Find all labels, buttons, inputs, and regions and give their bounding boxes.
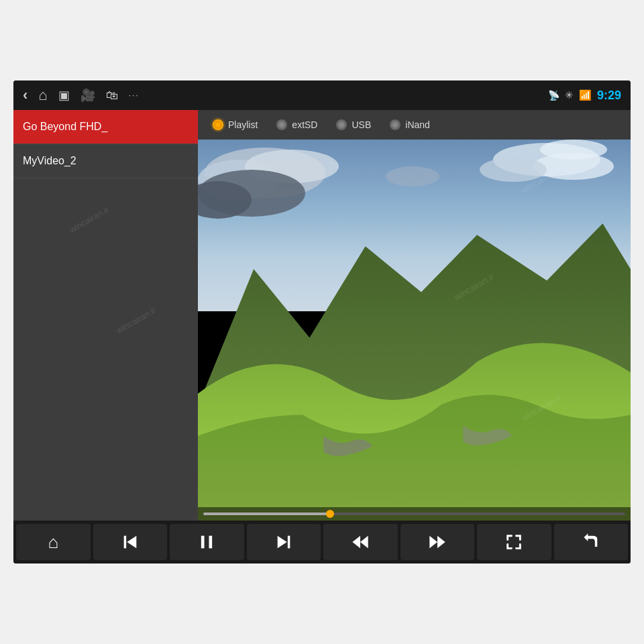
wifi-icon: 📶 bbox=[579, 89, 592, 101]
fastforward-icon bbox=[428, 533, 447, 551]
svg-marker-17 bbox=[277, 536, 286, 549]
fullscreen-icon bbox=[504, 533, 523, 551]
source-tab-usb[interactable]: USB bbox=[329, 117, 378, 133]
status-bar-right: 📡 ✳ 📶 9:29 bbox=[548, 89, 621, 103]
svg-marker-19 bbox=[360, 536, 368, 549]
rewind-icon bbox=[351, 533, 370, 551]
status-time: 9:29 bbox=[597, 89, 621, 103]
playlist-item-1[interactable]: Go Beyond FHD_ bbox=[13, 110, 198, 144]
status-bar: ‹ ⌂ ▣ 🎥 🛍 ··· 📡 ✳ 📶 9:29 bbox=[13, 80, 631, 110]
fullscreen-button[interactable] bbox=[477, 524, 551, 560]
svg-rect-15 bbox=[209, 536, 213, 549]
main-content: Go Beyond FHD_ MyVideo_2 Playlist extSD bbox=[13, 110, 631, 521]
svg-rect-12 bbox=[123, 536, 126, 549]
seek-bar-fill bbox=[203, 513, 330, 515]
return-button[interactable] bbox=[554, 524, 629, 560]
source-tabs: Playlist extSD USB iNand bbox=[198, 110, 631, 140]
bag-button[interactable]: 🛍 bbox=[106, 89, 118, 103]
prev-icon bbox=[121, 533, 140, 551]
dots-icon: ··· bbox=[129, 91, 140, 100]
device-frame: wincairan.ir wincairan.ir wincairan.ir w… bbox=[13, 80, 631, 564]
controls-bar: ⌂ bbox=[13, 521, 631, 564]
svg-point-8 bbox=[540, 140, 607, 160]
svg-rect-16 bbox=[288, 536, 290, 549]
bluetooth-icon: ✳ bbox=[565, 89, 574, 101]
camera-button[interactable]: 🎥 bbox=[80, 88, 95, 103]
pause-button[interactable] bbox=[170, 524, 244, 560]
seek-bar-track[interactable] bbox=[203, 513, 625, 515]
source-tab-extsd[interactable]: extSD bbox=[270, 117, 324, 133]
return-icon bbox=[582, 533, 600, 551]
svg-rect-14 bbox=[201, 536, 205, 549]
fastforward-button[interactable] bbox=[400, 524, 475, 560]
video-panel: Playlist extSD USB iNand bbox=[198, 110, 631, 521]
source-dot-extsd bbox=[276, 119, 287, 130]
pause-icon bbox=[197, 533, 216, 551]
next-button[interactable] bbox=[247, 524, 321, 560]
svg-marker-18 bbox=[353, 536, 361, 549]
video-landscape bbox=[198, 140, 631, 521]
source-tab-playlist[interactable]: Playlist bbox=[206, 117, 264, 133]
svg-marker-13 bbox=[127, 536, 136, 549]
source-dot-usb bbox=[336, 119, 347, 130]
video-display[interactable] bbox=[198, 140, 631, 521]
playlist-item-2[interactable]: MyVideo_2 bbox=[13, 144, 198, 178]
status-bar-left: ‹ ⌂ ▣ 🎥 🛍 ··· bbox=[23, 87, 140, 104]
svg-marker-21 bbox=[437, 536, 445, 549]
seek-bar-container[interactable] bbox=[198, 507, 631, 521]
source-dot-playlist bbox=[213, 119, 223, 130]
recents-button[interactable]: ▣ bbox=[58, 88, 70, 103]
home-button[interactable]: ⌂ bbox=[38, 87, 47, 104]
cast-icon: 📡 bbox=[548, 90, 559, 101]
seek-thumb[interactable] bbox=[326, 510, 334, 518]
next-icon bbox=[274, 533, 293, 551]
playlist-panel: Go Beyond FHD_ MyVideo_2 bbox=[13, 110, 198, 521]
hills-front-svg bbox=[198, 330, 631, 521]
svg-marker-20 bbox=[429, 536, 437, 549]
prev-button[interactable] bbox=[93, 524, 168, 560]
rewind-button[interactable] bbox=[323, 524, 398, 560]
home-ctrl-button[interactable]: ⌂ bbox=[16, 524, 91, 560]
back-button[interactable]: ‹ bbox=[23, 87, 28, 104]
source-dot-inand bbox=[390, 119, 400, 130]
source-tab-inand[interactable]: iNand bbox=[383, 117, 437, 133]
